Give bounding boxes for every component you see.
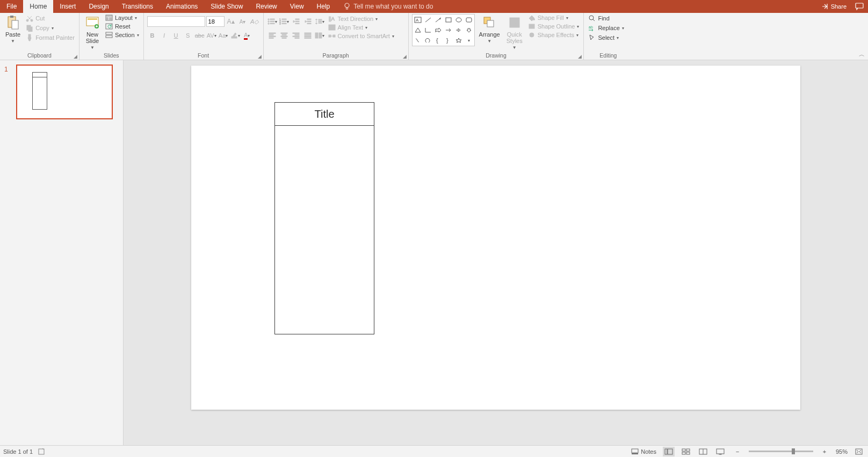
svg-rect-2 — [856, 3, 863, 8]
copy-button[interactable]: Copy▾ — [25, 24, 76, 32]
tab-file[interactable]: File — [0, 0, 23, 13]
normal-view-button[interactable] — [663, 447, 675, 456]
arrange-button[interactable]: Arrange▼ — [477, 14, 502, 45]
share-button[interactable]: Share — [820, 2, 848, 11]
layout-button[interactable]: Layout▾ — [104, 14, 140, 22]
tab-review[interactable]: Review — [249, 0, 283, 13]
tab-slideshow[interactable]: Slide Show — [204, 0, 249, 13]
tab-animations[interactable]: Animations — [160, 0, 204, 13]
font-launcher-icon[interactable]: ◢ — [258, 54, 262, 59]
bullets-button[interactable]: ▾ — [267, 16, 278, 27]
text-direction-button[interactable]: ||A Text Direction▾ — [327, 15, 395, 23]
tell-me-search[interactable]: Tell me what you want to do — [336, 0, 433, 13]
share-label: Share — [831, 3, 847, 10]
content-placeholder[interactable] — [274, 126, 374, 334]
svg-rect-52 — [295, 34, 299, 35]
increase-indent-button[interactable] — [302, 16, 313, 27]
group-label-drawing: Drawing — [486, 52, 507, 59]
quick-styles-button[interactable]: A Quick Styles▼ — [504, 14, 525, 51]
grow-font-button[interactable]: A▴ — [226, 16, 236, 27]
align-center-icon — [280, 32, 288, 39]
collapse-ribbon-button[interactable]: ︿ — [859, 51, 865, 59]
font-family-select[interactable] — [147, 16, 205, 27]
cut-button[interactable]: Cut — [25, 14, 76, 23]
slide[interactable]: Title — [191, 66, 800, 410]
svg-text:||A: ||A — [329, 16, 335, 22]
char-spacing-button[interactable]: AV▾ — [206, 30, 217, 41]
title-placeholder[interactable]: Title — [274, 102, 374, 126]
sorter-view-button[interactable] — [680, 447, 692, 456]
slide-canvas-area[interactable]: Title — [124, 60, 868, 445]
shape-fill-button[interactable]: Shape Fill▾ — [527, 14, 581, 22]
tab-insert[interactable]: Insert — [53, 0, 82, 13]
justify-button[interactable] — [302, 30, 313, 41]
clipboard-launcher-icon[interactable]: ◢ — [74, 54, 77, 59]
shape-effects-button[interactable]: Shape Effects▾ — [527, 31, 581, 39]
fit-window-button[interactable] — [853, 447, 865, 456]
slide-thumbnail-1[interactable] — [16, 65, 113, 119]
zoom-slider-handle[interactable] — [792, 448, 795, 454]
replace-button[interactable]: ab Replace ▾ — [587, 24, 625, 32]
convert-smartart-button[interactable]: Convert to SmartArt▾ — [327, 32, 395, 40]
font-size-select[interactable] — [206, 16, 225, 27]
svg-rect-87 — [632, 453, 638, 454]
slideshow-view-button[interactable] — [714, 447, 726, 456]
columns-button[interactable]: ▾ — [314, 30, 325, 41]
find-button[interactable]: Find — [587, 14, 625, 23]
zoom-slider[interactable] — [749, 451, 813, 452]
svg-point-26 — [267, 23, 269, 24]
svg-rect-60 — [319, 33, 322, 38]
align-text-icon — [328, 24, 336, 31]
shadow-button[interactable]: S — [183, 30, 193, 41]
clear-formatting-button[interactable]: A◇ — [249, 16, 260, 27]
notes-icon — [631, 448, 639, 455]
zoom-out-button[interactable]: − — [732, 447, 743, 456]
shape-outline-button[interactable]: Shape Outline▾ — [527, 23, 581, 30]
align-text-button[interactable]: Align Text▾ — [327, 24, 395, 31]
shapes-gallery[interactable]: A { } ▾ — [412, 14, 475, 46]
paragraph-launcher-icon[interactable]: ◢ — [403, 54, 407, 59]
line-spacing-button[interactable]: ▾ — [314, 16, 325, 27]
quick-styles-icon: A — [508, 16, 521, 29]
notes-button[interactable]: Notes — [630, 448, 657, 455]
decrease-indent-button[interactable] — [291, 16, 301, 27]
reading-view-button[interactable] — [697, 447, 709, 456]
select-button[interactable]: Select▾ — [587, 33, 625, 42]
format-painter-button[interactable]: Format Painter — [25, 33, 76, 42]
underline-button[interactable]: U — [171, 30, 182, 41]
section-button[interactable]: Section▾ — [104, 31, 140, 39]
tab-design[interactable]: Design — [82, 0, 115, 13]
font-color-button[interactable]: A▾ — [242, 30, 252, 41]
svg-rect-37 — [307, 19, 311, 20]
align-right-button[interactable] — [291, 30, 301, 41]
numbering-button[interactable]: 123▾ — [279, 16, 290, 27]
align-left-button[interactable] — [267, 30, 278, 41]
drawing-launcher-icon[interactable]: ◢ — [578, 54, 582, 59]
shape-outline-label: Shape Outline — [538, 23, 575, 30]
tab-help[interactable]: Help — [310, 0, 337, 13]
italic-button[interactable]: I — [159, 30, 170, 41]
svg-text:{: { — [436, 37, 438, 44]
tab-home[interactable]: Home — [23, 0, 53, 13]
comments-icon[interactable] — [855, 3, 864, 10]
tab-transitions[interactable]: Transitions — [115, 0, 160, 13]
svg-rect-76 — [487, 20, 494, 27]
highlight-button[interactable]: ▾ — [230, 30, 241, 41]
align-center-button[interactable] — [279, 30, 290, 41]
new-slide-button[interactable]: New Slide▼ — [83, 14, 102, 51]
shrink-font-button[interactable]: A▾ — [237, 16, 248, 27]
change-case-button[interactable]: Aa▾ — [218, 30, 229, 41]
strikethrough-button[interactable]: abc — [194, 30, 205, 41]
svg-rect-45 — [269, 36, 276, 37]
group-label-editing: Editing — [599, 52, 617, 59]
paste-button[interactable]: Paste ▼ — [3, 14, 23, 45]
reset-button[interactable]: Reset — [104, 23, 140, 30]
zoom-in-button[interactable]: + — [819, 447, 830, 456]
svg-rect-44 — [269, 34, 273, 35]
slide-thumbnail-panel[interactable]: 1 — [0, 60, 124, 445]
svg-text:A: A — [416, 18, 419, 23]
bold-button[interactable]: B — [147, 30, 158, 41]
tab-view[interactable]: View — [284, 0, 310, 13]
spellcheck-icon[interactable] — [38, 448, 47, 455]
zoom-percent[interactable]: 95% — [836, 448, 848, 455]
